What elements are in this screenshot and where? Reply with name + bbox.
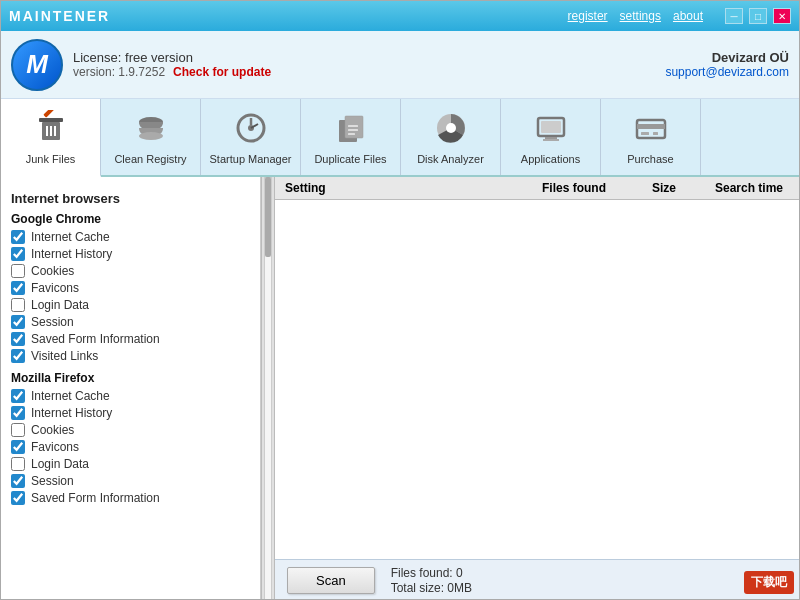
list-item[interactable]: Saved Form Information (11, 332, 250, 346)
purchase-label: Purchase (627, 153, 673, 165)
title-bar: MAINTENER register settings about ─ □ ✕ (1, 1, 799, 31)
ff-forms-checkbox[interactable] (11, 491, 25, 505)
svg-rect-17 (348, 133, 355, 135)
list-item[interactable]: Login Data (11, 457, 250, 471)
svg-rect-25 (637, 124, 665, 129)
header-info: M License: free version version: 1.9.725… (1, 31, 799, 99)
toolbar-clean-registry[interactable]: Clean Registry (101, 99, 201, 175)
version-row: version: 1.9.7252 Check for update (73, 65, 271, 79)
svg-rect-16 (348, 129, 358, 131)
col-files-found: Files found (519, 181, 629, 195)
toolbar-duplicate-files[interactable]: Duplicate Files (301, 99, 401, 175)
contact-info: Devizard OÜ support@devizard.com (665, 50, 789, 79)
list-item[interactable]: Visited Links (11, 349, 250, 363)
app-title: MAINTENER (9, 8, 110, 24)
ff-history-label: Internet History (31, 406, 112, 420)
bottom-bar: Scan Files found: 0 Total size: 0MB (275, 559, 799, 600)
ff-cookies-label: Cookies (31, 423, 74, 437)
check-update-link[interactable]: Check for update (173, 65, 271, 79)
ff-favicons-checkbox[interactable] (11, 440, 25, 454)
chrome-visited-checkbox[interactable] (11, 349, 25, 363)
list-item[interactable]: Internet Cache (11, 230, 250, 244)
svg-rect-15 (348, 125, 358, 127)
chrome-login-checkbox[interactable] (11, 298, 25, 312)
license-info: License: free version version: 1.9.7252 … (73, 50, 271, 79)
list-item[interactable]: Session (11, 315, 250, 329)
toolbar-startup-manager[interactable]: Startup Manager (201, 99, 301, 175)
clean-registry-label: Clean Registry (114, 153, 186, 165)
col-search-time: Search time (699, 181, 799, 195)
ff-cache-checkbox[interactable] (11, 389, 25, 403)
chrome-session-checkbox[interactable] (11, 315, 25, 329)
svg-point-8 (139, 132, 163, 140)
chrome-login-label: Login Data (31, 298, 89, 312)
chrome-visited-label: Visited Links (31, 349, 98, 363)
about-link[interactable]: about (673, 9, 703, 23)
app-logo: M (11, 39, 63, 91)
svg-rect-0 (39, 118, 63, 122)
settings-link[interactable]: settings (620, 9, 661, 23)
chrome-session-label: Session (31, 315, 74, 329)
toolbar-applications[interactable]: Applications (501, 99, 601, 175)
table-body (275, 200, 799, 559)
list-item[interactable]: Session (11, 474, 250, 488)
minimize-button[interactable]: ─ (725, 8, 743, 24)
right-panel: Setting Files found Size Search time Sca… (275, 177, 799, 600)
checklist-area[interactable]: Internet browsers Google Chrome Internet… (1, 177, 260, 600)
total-size-label: Total size: (391, 581, 444, 595)
list-item[interactable]: Login Data (11, 298, 250, 312)
version-text: version: 1.9.7252 (73, 65, 165, 79)
toolbar-disk-analyzer[interactable]: Disk Analyzer (401, 99, 501, 175)
list-item[interactable]: Favicons (11, 281, 250, 295)
duplicate-files-icon (333, 110, 369, 149)
watermark-badge: 下载吧 (744, 571, 794, 594)
ff-cookies-checkbox[interactable] (11, 423, 25, 437)
chrome-favicons-label: Favicons (31, 281, 79, 295)
register-link[interactable]: register (568, 9, 608, 23)
list-item[interactable]: Saved Form Information (11, 491, 250, 505)
stats-area: Files found: 0 Total size: 0MB (391, 565, 472, 596)
purchase-icon (633, 110, 669, 149)
close-button[interactable]: ✕ (773, 8, 791, 24)
svg-rect-26 (641, 132, 649, 135)
ff-history-checkbox[interactable] (11, 406, 25, 420)
clean-registry-icon (133, 110, 169, 149)
license-text: License: free version (73, 50, 271, 65)
chrome-favicons-checkbox[interactable] (11, 281, 25, 295)
ff-favicons-label: Favicons (31, 440, 79, 454)
support-email[interactable]: support@devizard.com (665, 65, 789, 79)
chrome-forms-checkbox[interactable] (11, 332, 25, 346)
logo-area: M License: free version version: 1.9.725… (11, 39, 271, 91)
chrome-cache-checkbox[interactable] (11, 230, 25, 244)
ff-login-label: Login Data (31, 457, 89, 471)
ff-session-label: Session (31, 474, 74, 488)
list-item[interactable]: Cookies (11, 264, 250, 278)
scan-button[interactable]: Scan (287, 567, 375, 594)
disk-analyzer-icon (433, 110, 469, 149)
toolbar-purchase[interactable]: Purchase (601, 99, 701, 175)
list-item[interactable]: Cookies (11, 423, 250, 437)
list-item[interactable]: Internet Cache (11, 389, 250, 403)
list-item[interactable]: Internet History (11, 247, 250, 261)
svg-point-19 (446, 123, 456, 133)
files-found-stat: Files found: 0 (391, 566, 472, 580)
files-found-value: 0 (456, 566, 463, 580)
list-item[interactable]: Favicons (11, 440, 250, 454)
applications-label: Applications (521, 153, 580, 165)
ff-forms-label: Saved Form Information (31, 491, 160, 505)
chrome-history-checkbox[interactable] (11, 247, 25, 261)
maximize-button[interactable]: □ (749, 8, 767, 24)
chrome-cookies-label: Cookies (31, 264, 74, 278)
company-name: Devizard OÜ (665, 50, 789, 65)
ff-cache-label: Internet Cache (31, 389, 110, 403)
list-item[interactable]: Internet History (11, 406, 250, 420)
main-content: Internet browsers Google Chrome Internet… (1, 177, 799, 600)
chrome-cookies-checkbox[interactable] (11, 264, 25, 278)
startup-manager-icon (233, 110, 269, 149)
chrome-history-label: Internet History (31, 247, 112, 261)
chrome-cache-label: Internet Cache (31, 230, 110, 244)
ff-login-checkbox[interactable] (11, 457, 25, 471)
toolbar-junk-files[interactable]: Junk Files (1, 99, 101, 177)
ff-session-checkbox[interactable] (11, 474, 25, 488)
svg-rect-22 (545, 137, 557, 139)
